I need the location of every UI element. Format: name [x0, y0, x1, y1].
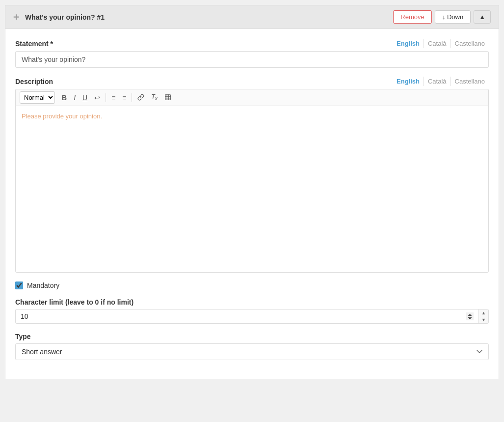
ordered-list-button[interactable]: ≡	[108, 93, 118, 103]
underline-button[interactable]: U	[80, 93, 90, 103]
card-header: ✛ What's your opinion? #1 Remove ↓ Down …	[5, 5, 499, 29]
bold-button[interactable]: B	[59, 93, 70, 103]
table-button[interactable]	[161, 92, 174, 103]
mandatory-checkbox[interactable]	[15, 281, 23, 289]
editor-toolbar: Normal B I U ↩ ≡ ≡	[15, 89, 489, 106]
description-lang-tabs: English Català Castellano	[393, 77, 489, 86]
description-lang-catala[interactable]: Català	[424, 77, 451, 86]
type-header: Type	[15, 333, 489, 340]
mandatory-row: Mandatory	[15, 281, 489, 289]
editor-placeholder: Please provide your opinion.	[22, 113, 102, 120]
italic-button[interactable]: I	[71, 93, 79, 103]
statement-lang-tabs: English Català Castellano	[393, 39, 489, 48]
statement-lang-catala[interactable]: Català	[424, 39, 451, 48]
statement-lang-castellano[interactable]: Castellano	[451, 39, 489, 48]
card-body: Statement * English Català Castellano De…	[5, 29, 499, 379]
character-limit-group: Character limit (leave to 0 if no limit)…	[15, 298, 489, 324]
link-button[interactable]	[134, 92, 147, 103]
svg-rect-0	[165, 94, 171, 100]
spinner-down-button[interactable]: ▼	[479, 316, 488, 323]
statement-field-group: Statement * English Català Castellano	[15, 39, 489, 68]
down-button[interactable]: ↓ Down	[435, 10, 471, 24]
description-field-group: Description English Català Castellano No…	[15, 77, 489, 273]
char-limit-header: Character limit (leave to 0 if no limit)	[15, 298, 489, 306]
description-lang-english[interactable]: English	[393, 77, 424, 86]
card-actions: Remove ↓ Down ▲	[393, 10, 491, 24]
description-label: Description	[15, 78, 53, 85]
description-field-header: Description English Català Castellano	[15, 77, 489, 86]
editor-content[interactable]: Please provide your opinion.	[15, 106, 489, 273]
spinner-buttons: ▲ ▼	[478, 309, 488, 323]
description-lang-castellano[interactable]: Castellano	[451, 77, 489, 86]
type-group: Type Short answer Long answer Multiple c…	[15, 333, 489, 360]
char-limit-wrapper: ▲ ▼	[15, 309, 489, 324]
type-label: Type	[15, 333, 31, 340]
format-select[interactable]: Normal	[20, 91, 55, 104]
statement-lang-english[interactable]: English	[393, 39, 424, 48]
card-title-text: What's your opinion? #1	[25, 13, 105, 21]
card-title: ✛ What's your opinion? #1	[13, 13, 105, 21]
toolbar-separator-2	[132, 93, 132, 102]
char-limit-input[interactable]	[15, 309, 489, 324]
clear-format-button[interactable]: Tx	[148, 92, 160, 103]
up-button[interactable]: ▲	[474, 10, 491, 24]
remove-button[interactable]: Remove	[393, 10, 431, 24]
spinner-up-button[interactable]: ▲	[479, 309, 488, 316]
drag-handle-icon[interactable]: ✛	[13, 13, 19, 21]
char-limit-label: Character limit (leave to 0 if no limit)	[15, 298, 133, 306]
special-char-button[interactable]: ↩	[91, 93, 103, 103]
statement-label: Statement *	[15, 40, 53, 48]
unordered-list-button[interactable]: ≡	[119, 93, 129, 103]
type-select[interactable]: Short answer Long answer Multiple choice…	[15, 343, 489, 360]
statement-input[interactable]	[15, 51, 489, 68]
toolbar-separator-1	[106, 93, 106, 102]
mandatory-label[interactable]: Mandatory	[27, 281, 59, 289]
statement-field-header: Statement * English Català Castellano	[15, 39, 489, 48]
